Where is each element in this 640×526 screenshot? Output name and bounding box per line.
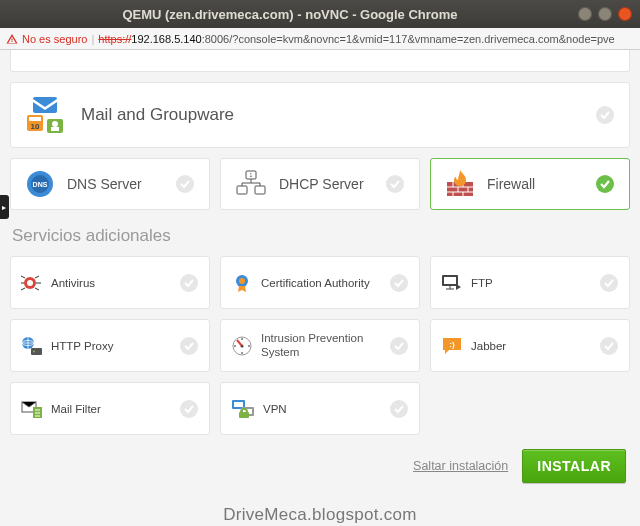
svg-rect-14 [237,186,247,194]
firewall-icon [445,170,475,198]
svg-point-7 [596,106,614,124]
service-label: DHCP Server [279,176,373,192]
service-card-httpproxy[interactable]: HTTP Proxy [10,319,210,372]
ftp-icon [441,274,463,292]
additional-services-title: Servicios adicionales [12,226,630,246]
url-host: 192.168.5.140 [131,33,201,45]
window-close-button[interactable] [618,7,632,21]
svg-rect-45 [239,412,249,418]
certificate-icon [231,272,253,294]
svg-text::): :) [449,340,455,349]
svg-point-5 [52,121,58,127]
url-rest: :8006/?console=kvm&novnc=1&vmid=117&vmna… [202,33,615,45]
service-label: VPN [263,403,381,415]
service-card-antivirus[interactable]: Antivirus [10,256,210,309]
service-card-mail[interactable]: 10 Mail and Groupware [10,82,630,148]
service-card-ftp[interactable]: FTP [430,256,630,309]
service-label: Jabber [471,340,591,352]
check-icon [179,273,199,293]
svg-point-21 [180,274,198,292]
service-card-jabber[interactable]: :) Jabber [430,319,630,372]
service-card-ips[interactable]: Intrusion Prevention System [220,319,420,372]
check-icon [175,174,195,194]
proxy-icon [21,336,43,356]
svg-point-23 [239,278,245,284]
security-warning-icon[interactable] [6,33,18,45]
svg-point-46 [390,400,408,418]
svg-point-37 [600,337,618,355]
service-label: Mail and Groupware [81,105,583,125]
svg-text:DNS: DNS [33,181,48,188]
svg-point-40 [180,400,198,418]
service-label: Mail Filter [51,403,171,415]
check-icon-selected [595,174,615,194]
window-title: QEMU (zen.drivemeca.com) - noVNC - Googl… [8,7,572,22]
check-icon [595,105,615,125]
service-label: Antivirus [51,277,171,289]
grid-empty-cell [430,382,630,435]
check-icon [599,336,619,356]
svg-point-32 [180,337,198,355]
check-icon [389,336,409,356]
check-icon [389,399,409,419]
window-minimize-button[interactable] [578,7,592,21]
svg-point-35 [390,337,408,355]
novnc-edge-tab[interactable]: ▸ [0,195,9,219]
svg-text:10: 10 [31,122,40,131]
url-display[interactable]: https://192.168.5.140:8006/?console=kvm&… [98,33,634,45]
antivirus-icon [21,272,43,294]
mail-icon: 10 [25,95,69,135]
svg-rect-26 [444,277,456,284]
check-icon [389,273,409,293]
service-card-dns[interactable]: DNS DNS Server [10,158,210,210]
page-content: ▸ 10 Mail and Groupware [0,50,640,526]
service-label: FTP [471,277,591,289]
watermark: DriveMeca.blogspot.com [223,505,417,525]
service-label: Intrusion Prevention System [261,332,381,360]
service-card-firewall[interactable]: Firewall [430,158,630,210]
browser-window: QEMU (zen.drivemeca.com) - noVNC - Googl… [0,0,640,526]
ips-icon [231,335,253,357]
addr-separator: | [91,33,94,45]
svg-point-20 [27,280,33,286]
svg-rect-30 [31,348,42,355]
vpn-icon [231,399,255,419]
address-bar: No es seguro | https://192.168.5.140:800… [0,28,640,50]
service-label: HTTP Proxy [51,340,171,352]
skip-install-link[interactable]: Saltar instalación [413,459,508,473]
svg-rect-15 [255,186,265,194]
service-card-ca[interactable]: Certification Authority [220,256,420,309]
check-icon [599,273,619,293]
service-label: Firewall [487,176,583,192]
svg-rect-42 [234,402,243,407]
install-button[interactable]: INSTALAR [522,449,626,483]
svg-rect-6 [51,127,59,131]
window-titlebar: QEMU (zen.drivemeca.com) - noVNC - Googl… [0,0,640,28]
svg-point-27 [600,274,618,292]
svg-rect-0 [33,97,57,113]
card-stub-top [10,50,630,72]
svg-point-31 [33,350,35,352]
service-card-dhcp[interactable]: 1 DHCP Server [220,158,420,210]
security-warning-label: No es seguro [22,33,87,45]
svg-rect-2 [29,117,41,121]
svg-point-11 [176,175,194,193]
dhcp-icon: 1 [235,170,267,198]
svg-point-18 [596,175,614,193]
service-label: DNS Server [67,176,163,192]
check-icon [179,399,199,419]
service-label: Certification Authority [261,277,381,289]
service-card-mailfilter[interactable]: Mail Filter [10,382,210,435]
check-icon [179,336,199,356]
footer: Saltar instalación INSTALAR [10,435,630,483]
url-scheme: https:// [98,33,131,45]
mailfilter-icon [21,399,43,419]
jabber-icon: :) [441,336,463,356]
svg-point-16 [386,175,404,193]
dns-icon: DNS [25,169,55,199]
check-icon [385,174,405,194]
service-card-vpn[interactable]: VPN [220,382,420,435]
svg-text:1: 1 [250,172,253,178]
window-maximize-button[interactable] [598,7,612,21]
svg-point-24 [390,274,408,292]
